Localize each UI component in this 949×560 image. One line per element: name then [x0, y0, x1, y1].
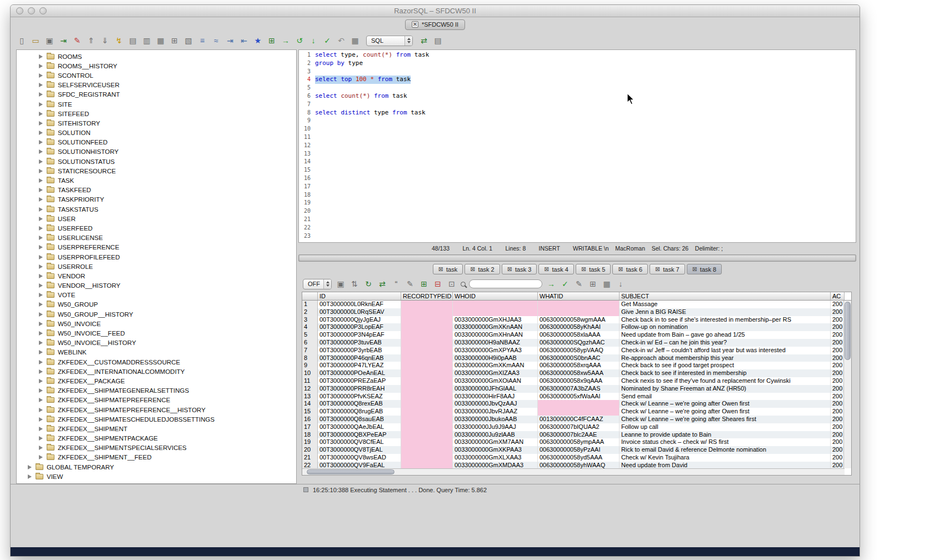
cell[interactable]: 006300000058ympAAA — [538, 438, 620, 446]
cell[interactable]: 200 — [831, 400, 845, 408]
code-line[interactable] — [315, 84, 429, 92]
cell[interactable]: 00T3000000POeAnEAL — [318, 369, 401, 377]
tab-close-icon[interactable]: ⊠ — [470, 266, 475, 273]
disclosure-triangle-icon[interactable] — [39, 302, 43, 307]
tree-item[interactable]: SCONTROL — [17, 71, 296, 80]
cell[interactable] — [401, 416, 453, 423]
code-line[interactable] — [315, 150, 429, 158]
cell[interactable]: 200 — [831, 416, 845, 423]
cell[interactable]: 006300000058xw5AAA — [538, 369, 620, 377]
tree-item[interactable]: USERROLE — [17, 262, 296, 271]
cell[interactable]: Check back to see if good target prospec… — [620, 362, 831, 369]
table-row[interactable]: 1000T3000000POeAnEAL0033000000GmXIZAA300… — [302, 369, 845, 377]
document-tab[interactable]: ✕ *SFDCW50 II — [405, 19, 465, 30]
tab-close-icon[interactable]: ⊠ — [692, 266, 697, 273]
disclosure-triangle-icon[interactable] — [39, 427, 43, 431]
save-icon[interactable]: ▣ — [44, 35, 55, 46]
cell[interactable]: 0033000000JFhGlAAL — [453, 385, 538, 393]
cell[interactable]: 00T3000000P46qnEAB — [318, 354, 401, 362]
tree-item[interactable]: W50_GROUP — [17, 300, 296, 309]
cell[interactable]: 006300000058x9qAAA — [538, 377, 620, 385]
favorites-icon[interactable]: ★ — [252, 35, 263, 46]
cell[interactable]: 00T3000000Q8rugEAB — [318, 408, 401, 416]
cell[interactable]: 200 — [831, 316, 845, 324]
cell[interactable]: 00T3000000Q8sauEAB — [318, 416, 401, 423]
cell[interactable]: 0033000000GmXOiAAN — [453, 377, 538, 385]
sql-editor[interactable]: 1234567891011121314151617181920212223 se… — [298, 49, 856, 243]
disclosure-triangle-icon[interactable] — [39, 83, 43, 87]
cell[interactable] — [401, 377, 453, 385]
cell[interactable] — [401, 423, 453, 431]
tree-item[interactable]: W50_INVOICE__HISTORY — [17, 338, 296, 348]
minimize-button[interactable] — [28, 7, 35, 14]
cell[interactable] — [538, 400, 620, 408]
table-row[interactable]: 1300T3000000PfvKSEAZ0033000000HirF8AAJ00… — [302, 393, 845, 401]
code-line[interactable] — [315, 191, 429, 199]
copy-icon[interactable]: ⊞ — [169, 35, 180, 46]
tree-item[interactable]: ZKFEDEX__SHIPMATEPREFERENCE__HISTORY — [17, 405, 296, 414]
cell[interactable]: 200 — [831, 362, 845, 369]
open-file-icon[interactable]: ▭ — [30, 35, 41, 46]
import-table-icon[interactable]: ⇓ — [99, 35, 111, 46]
tree-item[interactable]: ZKFEDEX__INTERNATIONALCOMMODITY — [17, 367, 296, 376]
tree-item[interactable]: SOLUTIONSTATUS — [17, 157, 296, 166]
tree-item[interactable]: SFDC_REGISTRANT — [17, 90, 296, 99]
cell[interactable]: Invoice status check – check w/ RS first — [620, 438, 831, 446]
cell[interactable]: 00T3000000PfvKSEAZ — [318, 393, 401, 401]
disclosure-triangle-icon[interactable] — [39, 226, 43, 231]
disclosure-triangle-icon[interactable] — [39, 245, 43, 249]
cell[interactable]: 006300000058yPzAAI — [538, 446, 620, 454]
titlebar[interactable]: RazorSQL – SFDCW50 II — [11, 5, 860, 17]
cell[interactable]: 200 — [831, 369, 845, 377]
cell[interactable]: 00T3000000P3tuvEAB — [318, 339, 401, 347]
cell[interactable]: 006300000058yd5AAA — [538, 454, 620, 462]
cell[interactable]: 006300000058ypVAAQ — [538, 347, 620, 354]
tree-item[interactable]: ZKFEDEX__SHIPMENT__FEED — [17, 453, 296, 462]
cell[interactable]: 006300000058wgmAAA — [538, 316, 620, 324]
cell[interactable]: 00T3000000P47LYEAZ — [318, 362, 401, 369]
disclosure-triangle-icon[interactable] — [39, 121, 43, 126]
disclosure-triangle-icon[interactable] — [39, 379, 43, 383]
cell[interactable]: 0033000000JbvQzAAJ — [453, 400, 538, 408]
validate-icon[interactable]: ✓ — [322, 35, 333, 46]
code-line[interactable] — [315, 232, 429, 241]
cell[interactable]: 0033000000GmXKmAAN — [453, 362, 538, 369]
disconnect-icon[interactable]: ✎ — [72, 35, 83, 46]
tree-item[interactable]: SITEFEED — [17, 109, 296, 118]
disclosure-triangle-icon[interactable] — [39, 341, 43, 345]
cell[interactable]: 00T3000000P3LopEAF — [318, 323, 401, 331]
disclosure-triangle-icon[interactable] — [39, 64, 43, 68]
tree-item[interactable]: SITE — [17, 99, 296, 109]
cell[interactable]: 00T3000000L0RknEAF — [318, 301, 401, 308]
disclosure-triangle-icon[interactable] — [39, 446, 43, 450]
table-row[interactable]: 1100T3000000PREZaEAP0033000000GmXOiAAN00… — [302, 377, 845, 385]
tree-item[interactable]: USERFEED — [17, 223, 296, 233]
result-tab[interactable]: ⊠task 2 — [464, 264, 500, 274]
cell[interactable]: 00T3000000QV8wsEAD — [318, 454, 401, 462]
code-line[interactable] — [315, 224, 429, 232]
table-row[interactable]: 2000T3000000QV8TjEAL0033000000GmXKPAA300… — [302, 446, 845, 454]
cell[interactable]: 00T3000000L0RqSEAV — [318, 308, 401, 316]
cell[interactable]: 0063000000S0bnAAC — [538, 354, 620, 362]
disclosure-triangle-icon[interactable] — [39, 73, 43, 78]
cell[interactable]: 0063000007blc2AAE — [538, 431, 620, 439]
tree-item[interactable]: VENDOR__HISTORY — [17, 281, 296, 291]
result-tab[interactable]: ⊠task 5 — [576, 264, 611, 274]
tab-close-icon[interactable]: ⊠ — [581, 266, 586, 273]
cell[interactable]: 200 — [831, 339, 845, 347]
tree-item[interactable]: ZKFEDEX__PACKAGE — [17, 376, 296, 386]
tab-close-icon[interactable]: ⊠ — [655, 266, 660, 273]
scrollbar-thumb[interactable] — [307, 469, 394, 474]
cell[interactable]: 0063000000SQgzhAAC — [538, 339, 620, 347]
cell[interactable]: 00T3000000P3yrbEAB — [318, 347, 401, 354]
tree-item[interactable]: TASKPRIORITY — [17, 195, 296, 204]
editor-hscrollbar[interactable] — [298, 254, 856, 262]
cell[interactable]: 00T3000000QV8TjEAL — [318, 446, 401, 454]
scrollbar-thumb[interactable] — [299, 256, 855, 261]
disclosure-triangle-icon[interactable] — [39, 417, 43, 422]
cell[interactable]: 200 — [831, 393, 845, 401]
cell[interactable] — [401, 316, 453, 324]
close-button[interactable] — [16, 7, 23, 14]
table-row[interactable]: 700T3000000P3yrbEAB0033000000GmXPYAA3006… — [302, 347, 845, 354]
cell[interactable]: 0033000000H9aNBAAZ — [453, 339, 538, 347]
